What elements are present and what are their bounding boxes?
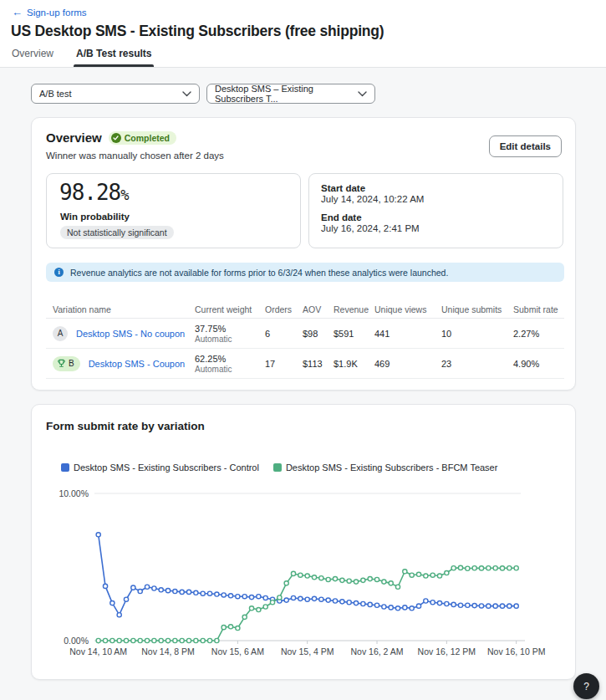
orders-value: 6 [265, 329, 303, 339]
back-arrow-icon: ← [12, 7, 23, 18]
svg-text:Nov 14, 10 AM: Nov 14, 10 AM [69, 646, 127, 657]
end-date-value: July 16, 2024, 2:41 PM [321, 223, 420, 233]
svg-text:0.00%: 0.00% [64, 636, 89, 646]
chevron-down-icon [182, 91, 191, 97]
revenue-value: $1.9K [334, 359, 374, 369]
aov-value: $113 [303, 359, 334, 369]
submit-rate-value: 2.27% [513, 329, 564, 339]
submit-rate-value: 4.90% [513, 359, 564, 369]
significance-badge: Not statistically significant [60, 226, 174, 239]
svg-text:Nov 16, 10 PM: Nov 16, 10 PM [487, 646, 545, 657]
table-row-variation-b: B Desktop SMS - Coupon 62.25% Automatic … [46, 349, 564, 379]
weight-value: 62.25% [195, 354, 265, 364]
col-unique-views: Unique views [374, 304, 441, 314]
win-probability-label: Win probability [60, 212, 130, 222]
variation-a-link[interactable]: Desktop SMS - No coupon [76, 329, 185, 339]
unique-submits-value: 10 [441, 329, 513, 339]
test-type-value: A/B test [39, 89, 72, 99]
svg-text:10.00%: 10.00% [59, 488, 89, 498]
col-current-weight: Current weight [195, 304, 265, 314]
overview-card-title: Overview [46, 130, 102, 145]
table-row-variation-a: A Desktop SMS - No coupon 37.75% Automat… [46, 319, 564, 349]
weight-mode: Automatic [195, 365, 265, 374]
variation-b-winner-badge: B [53, 356, 80, 371]
svg-text:Nov 14, 8 PM: Nov 14, 8 PM [141, 646, 195, 657]
variations-table: Variation name Current weight Orders AOV… [46, 300, 564, 379]
aov-value: $98 [303, 329, 334, 339]
end-date-label: End date [321, 212, 420, 222]
unique-views-value: 441 [374, 329, 441, 339]
edit-details-button[interactable]: Edit details [489, 135, 562, 157]
form-select-dropdown[interactable]: Desktop SMS – Existing Subscribers T... [206, 84, 375, 104]
col-variation-name: Variation name [53, 304, 195, 314]
help-button[interactable]: ? [573, 673, 599, 699]
revenue-info-banner: i Revenue analytics are not available fo… [46, 263, 564, 282]
chevron-down-icon [358, 91, 367, 97]
overview-card: Overview Completed Winner was manually c… [31, 117, 576, 391]
col-orders: Orders [265, 304, 303, 314]
page-content: A/B test Desktop SMS – Existing Subscrib… [0, 68, 606, 700]
weight-mode: Automatic [195, 335, 265, 344]
svg-text:Nov 15, 6 AM: Nov 15, 6 AM [211, 646, 264, 657]
svg-text:Nov 15, 4 PM: Nov 15, 4 PM [281, 646, 334, 657]
info-icon: i [54, 268, 64, 277]
col-revenue: Revenue [334, 304, 374, 314]
orders-value: 17 [265, 359, 303, 369]
win-probability-value: 98.28% [59, 180, 129, 205]
variation-a-badge: A [53, 326, 68, 341]
win-probability-box: 98.28% Win probability Not statistically… [46, 173, 301, 248]
page-header: ← Sign-up forms US Desktop SMS - Existin… [0, 0, 606, 68]
submit-rate-chart-card: Form submit rate by variation Desktop SM… [31, 404, 576, 680]
tab-overview[interactable]: Overview [12, 48, 53, 66]
checkmark-icon [111, 133, 121, 143]
dates-box: Start date July 14, 2024, 10:22 AM End d… [308, 173, 563, 248]
tab-bar: Overview A/B Test results [12, 48, 151, 66]
weight-value: 37.75% [195, 324, 265, 334]
test-type-dropdown[interactable]: A/B test [31, 84, 200, 104]
info-banner-text: Revenue analytics are not available for … [70, 268, 448, 278]
status-badge-label: Completed [125, 133, 170, 143]
revenue-value: $591 [334, 329, 374, 339]
status-badge-completed: Completed [109, 131, 176, 145]
winner-subtitle: Winner was manually chosen after 2 days [46, 151, 224, 161]
svg-text:Nov 16, 2 AM: Nov 16, 2 AM [351, 646, 404, 657]
start-date-value: July 14, 2024, 10:22 AM [321, 194, 424, 204]
col-unique-submits: Unique submits [441, 304, 513, 314]
variation-b-letter: B [69, 359, 74, 368]
trophy-icon [57, 359, 66, 368]
unique-views-value: 469 [374, 359, 441, 369]
submit-rate-line-chart: Nov 14, 10 AMNov 14, 8 PMNov 15, 6 AMNov… [32, 405, 577, 681]
page-title: US Desktop SMS - Existing Subscribers (f… [11, 23, 384, 40]
table-header-row: Variation name Current weight Orders AOV… [46, 300, 564, 319]
col-aov: AOV [303, 304, 334, 314]
tab-ab-test-results[interactable]: A/B Test results [76, 48, 151, 66]
back-link-signup-forms[interactable]: ← Sign-up forms [12, 7, 87, 18]
variation-b-link[interactable]: Desktop SMS - Coupon [89, 359, 186, 369]
back-link-label: Sign-up forms [27, 8, 87, 18]
unique-submits-value: 23 [441, 359, 513, 369]
start-date-label: Start date [321, 183, 424, 193]
form-select-value: Desktop SMS – Existing Subscribers T... [215, 84, 358, 104]
col-submit-rate: Submit rate [513, 304, 564, 314]
svg-text:Nov 16, 12 PM: Nov 16, 12 PM [418, 646, 476, 657]
